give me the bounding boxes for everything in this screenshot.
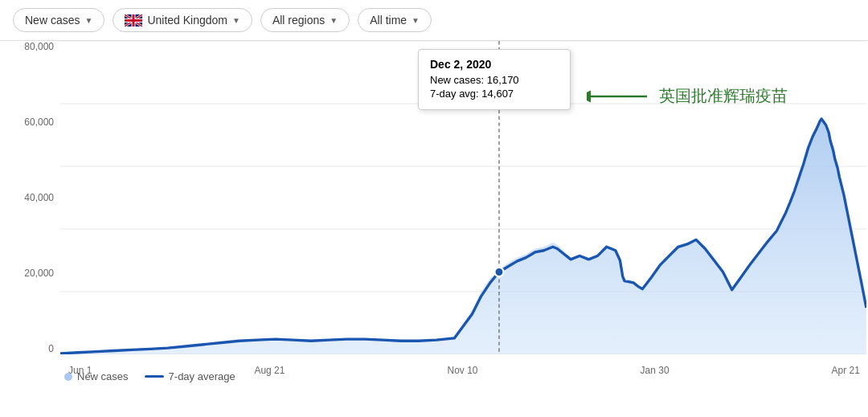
legend-avg: 7-day average [145,370,235,382]
chart-tooltip: Dec 2, 2020 New cases: 16,170 7-day avg:… [418,49,571,110]
chart-container: 80,000 60,000 40,000 20,000 0 [0,41,868,386]
x-label-nov: Nov 10 [447,365,477,376]
toolbar: New cases ▼ United Kingdom ▼ All regions… [0,0,868,41]
annotation-text: 英国批准辉瑞疫苗 [659,85,788,107]
annotation: 英国批准辉瑞疫苗 [587,85,788,107]
new-cases-label: New cases [25,14,80,27]
regions-dropdown[interactable]: All regions ▼ [260,8,350,32]
tooltip-new-cases: New cases: 16,170 [430,74,559,86]
time-dropdown[interactable]: All time ▼ [358,8,432,32]
chevron-down-icon-2: ▼ [232,16,240,25]
new-cases-dropdown[interactable]: New cases ▼ [13,8,104,32]
country-dropdown[interactable]: United Kingdom ▼ [113,8,252,32]
chevron-down-icon-4: ▼ [411,16,420,25]
uk-flag-icon [125,14,142,27]
tooltip-date: Dec 2, 2020 [430,58,559,71]
tooltip-avg-value: 14,607 [481,88,514,100]
y-label-20k: 20,000 [24,268,54,279]
chevron-down-icon: ▼ [84,16,92,25]
x-label-jan: Jan 30 [641,365,669,376]
tooltip-avg: 7-day avg: 14,607 [430,88,559,100]
y-label-0: 0 [48,343,54,354]
regions-label: All regions [272,14,325,27]
chart-legend: New cases 7-day average [64,370,235,382]
tooltip-new-cases-label: New cases: [430,74,484,86]
y-label-60k: 60,000 [24,117,54,128]
svg-point-8 [494,268,503,276]
tooltip-avg-label: 7-day avg: [430,88,479,100]
time-label: All time [370,14,407,27]
y-label-40k: 40,000 [24,192,54,203]
country-label: United Kingdom [147,14,227,27]
legend-avg-label: 7-day average [169,370,235,382]
chevron-down-icon-3: ▼ [330,16,338,25]
annotation-arrow-icon [587,87,651,106]
legend-new-cases-label: New cases [77,370,129,382]
x-label-apr: Apr 21 [832,365,860,376]
tooltip-new-cases-value: 16,170 [487,74,519,86]
y-label-80k: 80,000 [24,41,54,52]
legend-dot-icon [64,373,72,381]
legend-new-cases: New cases [64,370,129,382]
y-axis: 80,000 60,000 40,000 20,000 0 [0,41,60,354]
legend-line-icon [145,375,164,378]
x-label-aug: Aug 21 [254,365,285,376]
